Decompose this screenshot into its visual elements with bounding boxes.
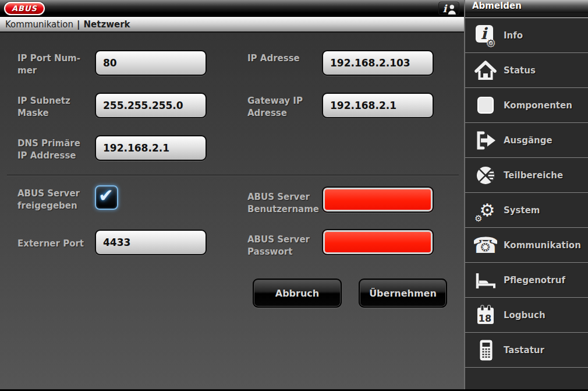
output-arrow-icon (474, 128, 497, 153)
sidebar-item-label: Tastatur (504, 345, 544, 355)
abus-server-password-label: ABUS Server Passwort (247, 234, 317, 258)
svg-text:⚙: ⚙ (486, 37, 495, 48)
sidebar-item-teilbereiche[interactable]: Teilbereiche (465, 158, 588, 193)
sidebar-item-label: Pflegenotruf (504, 275, 565, 286)
phone-icon: ☎ (474, 233, 497, 258)
sidebar-item-label: System (504, 205, 540, 216)
sidebar-item-system[interactable]: ⚙ ⚙ System (465, 193, 588, 228)
sidebar-item-komponenten[interactable]: Komponenten (465, 88, 588, 123)
top-bar: ABUS i (0, 0, 464, 17)
section-divider (7, 175, 459, 176)
sidebar-header-divider (465, 13, 588, 18)
ip-port-input[interactable] (95, 50, 207, 76)
svg-text:☎: ☎ (474, 233, 497, 258)
keypad-icon (474, 338, 497, 362)
sidebar-menu: Abmelden i ⚙ Info Status Komponenten (464, 0, 588, 389)
checkmark-icon: ✔ (98, 186, 114, 205)
sidebar-item-logbuch[interactable]: 18 Logbuch (465, 298, 588, 333)
breadcrumb-section: Kommunikation (5, 19, 73, 30)
sidebar-item-label: Logbuch (504, 310, 546, 320)
home-icon (474, 58, 497, 83)
apply-button[interactable]: Übernehmen (359, 279, 447, 308)
sidebar-item-label: Komponenten (504, 100, 572, 111)
abus-server-password-input[interactable] (322, 229, 434, 255)
sidebar-item-kommunikation[interactable]: ☎ Kommunikation (465, 228, 588, 263)
ip-port-label: IP Port Num-mer (17, 52, 87, 77)
logout-button[interactable]: Abmelden (465, 0, 588, 13)
subnet-mask-label: IP Subnetz Maske (17, 95, 87, 119)
sidebar-item-label: Teilbereiche (504, 170, 563, 181)
sidebar-item-status[interactable]: Status (465, 53, 588, 88)
sidebar-item-label: Status (504, 65, 536, 76)
gears-icon: ⚙ ⚙ (474, 198, 497, 223)
sidebar-item-tastatur[interactable]: Tastatur (465, 333, 588, 368)
sidebar-item-label: Ausgänge (504, 135, 552, 146)
ip-address-label: IP Adresse (247, 52, 317, 65)
cancel-button[interactable]: Abbruch (253, 279, 342, 308)
sidebar-item-label: Kommunikation (504, 240, 581, 251)
abus-server-username-label: ABUS Server Benutzername (247, 191, 317, 216)
abus-config-window: ABUS i Kommunikation | Netzwerk IP Port … (0, 0, 588, 391)
ip-address-input[interactable] (322, 50, 434, 76)
breadcrumb: Kommunikation | Netzwerk (0, 17, 464, 33)
abus-server-enabled-label: ABUS Server freigegeben (17, 188, 87, 212)
subnet-mask-input[interactable] (95, 93, 207, 118)
abus-logo: ABUS (4, 2, 45, 15)
sidebar-item-pflegenotruf[interactable]: Pflegenotruf (465, 263, 588, 298)
abus-server-username-input[interactable] (322, 186, 434, 213)
gateway-input[interactable] (322, 93, 434, 118)
svg-text:i: i (443, 3, 448, 15)
svg-text:⚙: ⚙ (474, 213, 482, 223)
calendar-icon: 18 (474, 303, 497, 327)
network-settings-form: IP Port Num-mer IP Adresse IP Subnetz Ma… (0, 33, 464, 389)
external-port-input[interactable] (95, 230, 207, 255)
partition-pie-icon (474, 163, 497, 188)
sidebar-item-label: Info (504, 30, 523, 41)
sidebar-item-ausgaenge[interactable]: Ausgänge (465, 123, 588, 158)
external-port-label: Externer Port (17, 238, 87, 250)
sidebar-item-info[interactable]: i ⚙ Info (465, 18, 588, 53)
gateway-label: Gateway IP Adresse (247, 95, 317, 119)
calendar-day-text: 18 (479, 313, 491, 324)
breadcrumb-separator: | (77, 19, 80, 30)
dns-primary-label: DNS Primäre IP Addresse (17, 138, 87, 162)
abus-server-enabled-checkbox[interactable]: ✔ (95, 185, 118, 210)
page-title: Netzwerk (84, 19, 130, 30)
user-info-button[interactable]: i (438, 2, 459, 15)
info-gear-icon: i ⚙ (474, 23, 497, 48)
dns-primary-input[interactable] (95, 135, 207, 161)
component-square-icon (474, 93, 497, 118)
care-bed-icon (474, 268, 497, 293)
info-user-icon: i (440, 3, 458, 15)
